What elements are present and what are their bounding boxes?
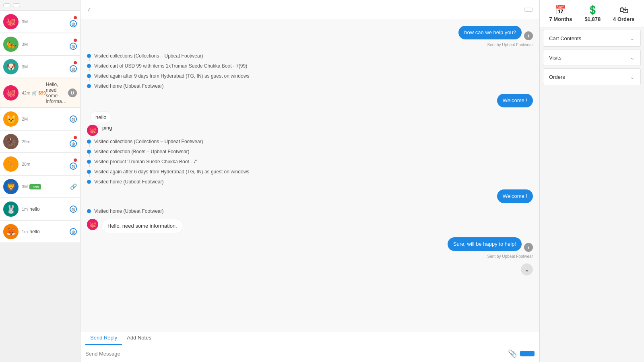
assignee-dropdown[interactable] bbox=[524, 8, 533, 12]
conversation-item-3[interactable]: 🐶 3M ◎ bbox=[0, 56, 80, 78]
timeline-item: Visited collections (Collections – Upbea… bbox=[87, 138, 533, 148]
unread-dot bbox=[74, 136, 77, 139]
bot-message-wrapper: Welcome ! bbox=[87, 189, 533, 206]
timeline-item: Visited collections (Collections – Upbea… bbox=[87, 52, 533, 62]
conv-meta: 1m hello bbox=[22, 206, 70, 212]
assigned-to-filter[interactable] bbox=[3, 3, 10, 7]
conv-meta: 42m 🛒$99Hello, need some information. bbox=[22, 82, 68, 104]
conversation-item-2[interactable]: 🐆 3M ◎ bbox=[0, 33, 80, 56]
timeline-dot bbox=[87, 140, 91, 144]
open-conversations-filter[interactable] bbox=[13, 3, 20, 7]
timeline-text: Visited home (Upbeat Footwear) bbox=[94, 208, 164, 215]
bot-avatar: i bbox=[524, 243, 533, 252]
bot-message-bubble: how can we help you? bbox=[458, 26, 522, 39]
timeline-item: Visited home (Upbeat Footwear) bbox=[87, 207, 533, 216]
unread-dot bbox=[74, 39, 77, 42]
timeline-dot bbox=[87, 54, 91, 58]
timeline-item: Visited collection (Boots – Upbeat Footw… bbox=[87, 148, 533, 158]
timeline-item: Visited again after 6 days from Hyderaba… bbox=[87, 168, 533, 178]
avatar: 🦬 bbox=[3, 134, 19, 149]
sidebar-header bbox=[0, 0, 80, 11]
timeline-connector bbox=[89, 164, 90, 167]
timeline-connector bbox=[89, 78, 90, 81]
conv-meta: 29m bbox=[22, 139, 70, 144]
stat-icon: 💲 bbox=[587, 5, 598, 15]
conversation-item-6[interactable]: 🦬 29m ◎ bbox=[0, 131, 80, 153]
conv-right: U bbox=[68, 88, 77, 97]
accordion-label: Cart Contents bbox=[549, 35, 581, 41]
accordion-header[interactable]: Cart Contents ⌄ bbox=[543, 30, 640, 46]
timeline-connector bbox=[89, 144, 90, 147]
send-button[interactable] bbox=[520, 351, 535, 356]
accordion-arrow: ⌄ bbox=[630, 54, 635, 61]
timeline-item: Visited again after 9 days from Hyderaba… bbox=[87, 72, 533, 82]
timeline-dot bbox=[87, 209, 91, 213]
status-icon: ◎ bbox=[70, 115, 77, 123]
timeline-text: Visited again after 6 days from Hyderaba… bbox=[94, 169, 249, 175]
conv-right: ◎ bbox=[70, 61, 77, 72]
chat-body: how can we help you? i Sent by Upbeat Fo… bbox=[80, 19, 539, 331]
avatar: 🦁 bbox=[3, 179, 19, 194]
timeline-text: Visited collections (Collections – Upbea… bbox=[94, 138, 203, 145]
timeline-dot bbox=[87, 64, 91, 68]
accordion-label: Visits bbox=[549, 55, 561, 61]
timeline-connector bbox=[89, 68, 90, 71]
status-icon: ◎ bbox=[70, 228, 77, 235]
avatar: 🦊 bbox=[3, 224, 19, 239]
conv-meta: 1m hello bbox=[22, 229, 70, 234]
bot-message-bubble: Welcome ! bbox=[497, 189, 533, 203]
timeline-item: Visited cart of USD 99 with items 1xTrum… bbox=[87, 62, 533, 72]
accordion-sections: Cart Contents ⌄ Visits ⌄ Orders ⌄ bbox=[540, 27, 644, 88]
status-icon: ◎ bbox=[70, 140, 77, 147]
conv-time: 28m bbox=[22, 162, 30, 167]
accordion-header[interactable]: Visits ⌄ bbox=[543, 49, 640, 66]
conv-right: ◎ bbox=[70, 16, 77, 27]
avatar: 🐙 bbox=[3, 14, 19, 29]
bot-message-wrapper: Welcome ! bbox=[87, 94, 533, 110]
timeline-item: Visited home (Upbeat Footwear) bbox=[87, 178, 533, 186]
conversation-item-5[interactable]: 🐱 2M ◎ bbox=[0, 108, 80, 130]
conversation-item-9[interactable]: 🐰 1m hello ◎ bbox=[0, 198, 80, 220]
accordion-section-visits: Visits ⌄ bbox=[543, 49, 641, 66]
timeline-dot bbox=[87, 180, 91, 184]
unread-icon: U bbox=[68, 88, 77, 97]
conv-right: ◎ bbox=[70, 136, 77, 147]
stat-item: 🛍 4 Orders bbox=[613, 5, 634, 22]
cart-badge: 🛒$99 bbox=[32, 90, 45, 96]
conversation-item-7[interactable]: 🦒 28m ◎ bbox=[0, 153, 80, 175]
conversation-item-4[interactable]: 🐙 42m 🛒$99Hello, need some information. … bbox=[0, 78, 80, 108]
conv-right: 🔗 bbox=[70, 183, 77, 190]
user-message-row: 🐙 ping bbox=[87, 125, 533, 136]
reply-tab-add-notes[interactable]: Add Notes bbox=[122, 331, 156, 345]
attachment-icon[interactable]: 📎 bbox=[508, 349, 517, 358]
new-badge: new bbox=[29, 184, 41, 189]
bot-avatar: i bbox=[524, 31, 533, 40]
timeline-text: Visited product 'Truman Suede Chukka Boo… bbox=[94, 158, 197, 165]
conversation-item-1[interactable]: 🐙 3M ◎ bbox=[0, 11, 80, 33]
conv-time: 3M bbox=[22, 184, 28, 189]
scroll-down-button[interactable]: ⌄ bbox=[521, 263, 533, 276]
stats-row: 📅 7 Months 💲 $1,878 🛍 4 Orders bbox=[540, 0, 644, 27]
right-panel: 📅 7 Months 💲 $1,878 🛍 4 Orders Cart Cont… bbox=[539, 0, 644, 362]
avatar: 🐶 bbox=[3, 59, 19, 74]
timeline-item: Visited home (Upbeat Footwear) bbox=[87, 82, 533, 90]
bot-message-bubble: Welcome ! bbox=[497, 94, 533, 107]
conv-time: 1m bbox=[22, 229, 28, 234]
reply-tab-send-reply[interactable]: Send Reply bbox=[85, 331, 122, 345]
conv-meta: 28m bbox=[22, 162, 70, 167]
accordion-section-orders: Orders ⌄ bbox=[543, 68, 641, 85]
stat-item: 💲 $1,878 bbox=[584, 5, 601, 22]
conv-right: ◎ bbox=[70, 158, 77, 170]
accordion-header[interactable]: Orders ⌄ bbox=[543, 69, 640, 85]
conversation-item-10[interactable]: 🦊 1m hello ◎ bbox=[0, 221, 80, 243]
status-icon: ◎ bbox=[70, 206, 77, 213]
timeline-dot bbox=[87, 74, 91, 78]
avatar: 🐰 bbox=[3, 202, 19, 217]
send-message-input[interactable] bbox=[85, 351, 505, 357]
conversation-item-8[interactable]: 🦁 3M new 🔗 bbox=[0, 176, 80, 198]
accordion-section-cart-contents: Cart Contents ⌄ bbox=[543, 30, 641, 47]
user-avatar: 🐙 bbox=[87, 125, 98, 136]
conv-meta: 3M bbox=[22, 19, 70, 24]
ping-text: ping bbox=[102, 125, 112, 131]
conv-time: 2M bbox=[22, 117, 28, 121]
